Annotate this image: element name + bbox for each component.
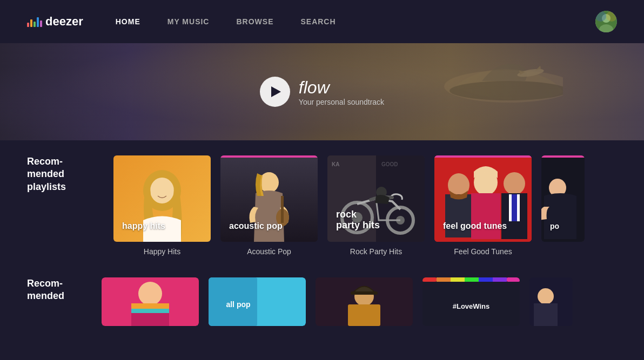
playlist-label-overlay-acoustic: acoustic pop (229, 221, 283, 231)
svg-rect-32 (512, 194, 517, 221)
playlist-thumb-rock-party: KA GOOD (327, 155, 425, 242)
svg-rect-49 (437, 277, 451, 282)
section-title: Recom-mendedplaylists (27, 155, 92, 193)
flow-play-button[interactable] (260, 77, 290, 107)
nav-links: HOME MY MUSIC BROWSE SEARCH (116, 17, 595, 26)
play-icon (271, 86, 281, 97)
thumb-inner-power (541, 155, 585, 242)
brand-name: deezer (45, 15, 83, 29)
svg-rect-58 (534, 303, 558, 326)
svg-rect-3 (595, 11, 606, 22)
bottom-svg-lovewins: #LoveWins (422, 277, 520, 326)
svg-text:KA: KA (332, 161, 339, 167)
logo[interactable]: deezer (27, 15, 83, 29)
svg-point-36 (138, 282, 162, 305)
svg-rect-54 (507, 277, 520, 282)
playlist-card-power[interactable]: po (541, 155, 585, 256)
svg-point-29 (504, 172, 525, 195)
second-playlists-row: all pop (102, 277, 573, 326)
bottom-thumb-1 (102, 277, 199, 326)
playlists-row: happy hits Happy Hits (113, 155, 585, 256)
svg-rect-48 (422, 277, 437, 282)
playlist-card-acoustic-pop[interactable]: acoustic pop Acoustic Pop (220, 155, 318, 256)
svg-rect-53 (493, 277, 507, 282)
playlist-label-overlay-happy: happy hits (122, 221, 165, 231)
svg-rect-52 (479, 277, 493, 282)
playlist-thumb-acoustic-pop: acoustic pop (220, 155, 318, 242)
svg-rect-28 (471, 193, 500, 239)
nav-browse[interactable]: BROWSE (236, 17, 273, 26)
svg-rect-50 (451, 277, 465, 282)
top-bar-feel (434, 155, 532, 158)
nav-my-music[interactable]: MY MUSIC (167, 17, 210, 26)
recommended-section: Recom-mendedplaylists (0, 140, 644, 256)
bottom-thumb-3 (316, 277, 413, 326)
playlist-name-rock: Rock Party Hits (327, 247, 425, 256)
navbar: deezer HOME MY MUSIC BROWSE SEARCH (0, 0, 644, 43)
top-bar-acoustic (220, 155, 318, 158)
bottom-svg-5 (529, 277, 573, 326)
flow-subtitle: Your personal soundtrack (299, 98, 384, 106)
svg-text:all pop: all pop (226, 300, 250, 309)
playlist-name-happy: Happy Hits (113, 247, 211, 256)
svg-text:GOOD: GOOD (381, 161, 398, 167)
playlist-thumb-power: po (541, 155, 585, 242)
svg-point-6 (450, 81, 563, 100)
playlist-card-happy-hits[interactable]: happy hits Happy Hits (113, 155, 211, 256)
logo-icon (27, 16, 42, 27)
bottom-card-5[interactable] (529, 277, 573, 326)
bottom-card-3[interactable] (316, 277, 413, 326)
nav-right (595, 11, 617, 32)
svg-rect-45 (351, 291, 378, 295)
playlist-card-feel-good[interactable]: feel good tunes Feel Good Tunes (434, 155, 532, 256)
hero-banner: flow Your personal soundtrack (0, 43, 644, 140)
playlist-label-overlay-power: po (550, 222, 559, 231)
playlist-thumb-happy-hits: happy hits (113, 155, 211, 242)
hero-text: flow Your personal soundtrack (299, 78, 384, 106)
bottom-thumb-all-pop: all pop (209, 277, 306, 326)
svg-rect-14 (281, 196, 284, 223)
bottom-card-lovewins[interactable]: #LoveWins (422, 277, 520, 326)
top-bar-power (541, 155, 585, 158)
nav-home[interactable]: HOME (116, 17, 140, 26)
svg-rect-38 (131, 303, 169, 309)
bottom-thumb-5 (529, 277, 573, 326)
bottom-svg-3 (316, 277, 413, 326)
svg-rect-39 (131, 309, 169, 313)
hero-content: flow Your personal soundtrack (260, 77, 384, 107)
bottom-thumb-lovewins: #LoveWins (422, 277, 520, 326)
svg-rect-46 (348, 304, 380, 326)
bottom-svg-1 (102, 277, 199, 326)
playlist-name-feel: Feel Good Tunes (434, 247, 532, 256)
user-avatar[interactable] (595, 11, 617, 32)
svg-rect-4 (606, 11, 617, 22)
playlist-card-rock-party[interactable]: KA GOOD (327, 155, 425, 256)
svg-rect-51 (465, 277, 479, 282)
nav-search[interactable]: SEARCH (300, 17, 336, 26)
hero-art (401, 54, 563, 130)
second-section-title: Recom-mended (27, 277, 92, 303)
playlist-name-acoustic: Acoustic Pop (220, 247, 318, 256)
section-header: Recom-mendedplaylists (27, 155, 617, 256)
second-row-section: Recom-mended all pop (0, 267, 644, 326)
svg-rect-26 (445, 194, 472, 237)
power-scene-svg (541, 155, 585, 242)
playlist-label-overlay-feel: feel good tunes (443, 221, 507, 231)
svg-text:#LoveWins: #LoveWins (453, 302, 490, 310)
svg-point-57 (538, 288, 554, 304)
flow-title: flow (299, 78, 384, 98)
playlist-thumb-feel-good: feel good tunes (434, 155, 532, 242)
bottom-card-all-pop[interactable]: all pop (209, 277, 306, 326)
svg-rect-47 (422, 277, 520, 326)
svg-point-11 (150, 178, 174, 203)
playlist-label-overlay-rock: rockparty hits (336, 209, 380, 231)
bottom-svg-allpop: all pop (209, 277, 306, 326)
bottom-card-1[interactable] (102, 277, 199, 326)
